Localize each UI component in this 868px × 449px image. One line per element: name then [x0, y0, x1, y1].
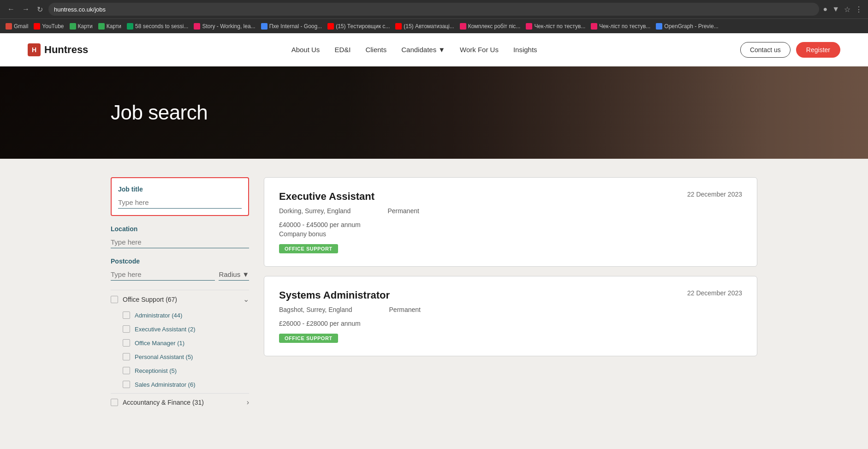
nav-work-for-us[interactable]: Work For Us: [460, 46, 499, 54]
job-card-header-2: Systems Administrator 22 December 2023: [279, 289, 742, 301]
extensions-icon: ▼: [832, 5, 839, 14]
bookmark-label: (15) Автоматизаці...: [404, 23, 454, 30]
nav-candidates-label: Candidates: [401, 46, 436, 54]
job-location-2: Bagshot, Surrey, England: [279, 306, 352, 313]
yt-favicon2: [395, 23, 402, 30]
youtube-favicon: [34, 23, 40, 30]
hero-section: Job search: [0, 66, 868, 159]
bookmark-complex[interactable]: Комплекс робіт піс...: [460, 23, 521, 30]
job-location: Dorking, Surrey, England: [279, 207, 351, 215]
sales-admin-label: Sales Administrator (6): [135, 381, 196, 388]
logo-text: Huntress: [44, 44, 88, 56]
bookmark-yt1[interactable]: (15) Тестировщик с...: [327, 23, 390, 30]
office-support-label: Office Support (67): [123, 296, 177, 303]
og-favicon: [656, 23, 662, 30]
nav-edi[interactable]: ED&I: [334, 46, 351, 54]
job-tag-2: OFFICE SUPPORT: [279, 334, 338, 343]
nav-clients[interactable]: Clients: [365, 46, 386, 54]
bookmark-opengraph[interactable]: OpenGraph - Previe...: [656, 23, 718, 30]
profile-icon: ●: [823, 5, 827, 14]
executive-assistant-label: Executive Assistant (2): [135, 326, 196, 333]
job-card-executive-assistant[interactable]: Executive Assistant 22 December 2023 Dor…: [264, 177, 757, 267]
forward-button[interactable]: →: [20, 4, 31, 14]
accountancy-expand-icon[interactable]: ›: [247, 398, 249, 407]
gmail-favicon: [6, 23, 12, 30]
job-meta: Dorking, Surrey, England Permanent: [279, 207, 742, 215]
maps-favicon: [70, 23, 76, 30]
job-date: 22 December 2023: [687, 191, 742, 198]
bookmark-label: Карти: [78, 23, 93, 30]
personal-assistant-checkbox[interactable]: [123, 353, 130, 360]
reload-button[interactable]: ↻: [35, 4, 45, 15]
bookmark-yt2[interactable]: (15) Автоматизаці...: [395, 23, 454, 30]
bookmark-label: Пхе Internal - Goog...: [269, 23, 322, 30]
administrator-label: Administrator (44): [135, 312, 182, 319]
job-title: Executive Assistant: [279, 191, 375, 203]
location-filter: Location: [111, 225, 249, 248]
maps-favicon: [98, 23, 105, 30]
bookmark-story[interactable]: Story - Working, lea...: [194, 23, 255, 30]
accountancy-checkbox[interactable]: [111, 399, 118, 406]
sales-admin-checkbox[interactable]: [123, 381, 130, 388]
bookmark-maps1[interactable]: Карти: [70, 23, 93, 30]
bookmark-check1[interactable]: Чек-ліст по тестув...: [526, 23, 585, 30]
bookmark-label: Чек-ліст по тестув...: [599, 23, 650, 30]
subcategory-administrator: Administrator (44): [111, 308, 249, 322]
administrator-checkbox[interactable]: [123, 311, 130, 319]
radius-chevron-icon: ▼: [242, 270, 249, 278]
bookmark-icon[interactable]: ☆: [844, 5, 850, 14]
radius-select[interactable]: Radius ▼: [219, 269, 249, 281]
goog-favicon: [261, 23, 268, 30]
main-content: Job title Location Postcode Radius ▼: [0, 159, 868, 436]
register-button[interactable]: Register: [796, 42, 840, 58]
logo-icon: H: [28, 43, 41, 56]
url-bar[interactable]: [48, 3, 819, 16]
contact-us-button[interactable]: Contact us: [740, 42, 791, 58]
office-support-checkbox[interactable]: [111, 296, 118, 303]
job-title-input[interactable]: [118, 197, 242, 209]
nav-candidates[interactable]: Candidates ▼: [401, 46, 445, 54]
category-accountancy-row: Accountancy & Finance (31) ›: [111, 393, 249, 411]
check1-favicon: [526, 23, 532, 30]
site-logo[interactable]: H Huntress: [28, 43, 88, 56]
receptionist-label: Receptionist (5): [135, 367, 177, 374]
job-salary: £40000 - £45000 per annum: [279, 221, 742, 228]
nav-insights[interactable]: Insights: [513, 46, 537, 54]
bookmark-youtube[interactable]: YouTube: [34, 23, 64, 30]
office-manager-label: Office Manager (1): [135, 340, 184, 347]
office-manager-checkbox[interactable]: [123, 339, 130, 347]
bookmark-check2[interactable]: Чек-ліст по тестув...: [591, 23, 650, 30]
bookmark-goog1[interactable]: Пхе Internal - Goog...: [261, 23, 322, 30]
nav-about[interactable]: About Us: [291, 46, 320, 54]
bookmark-label: (15) Тестировщик с...: [336, 23, 390, 30]
bookmark-label: YouTube: [42, 23, 64, 30]
accountancy-label: Accountancy & Finance (31): [123, 399, 204, 406]
executive-assistant-checkbox[interactable]: [123, 325, 130, 333]
bookmark-label: Чек-ліст по тестув...: [534, 23, 585, 30]
back-button[interactable]: ←: [6, 4, 17, 14]
menu-icon[interactable]: ⋮: [855, 5, 862, 14]
bookmark-label: OpenGraph - Previe...: [664, 23, 718, 30]
yt-favicon: [327, 23, 334, 30]
site-nav: About Us ED&I Clients Candidates ▼ Work …: [291, 46, 537, 54]
bookmark-session[interactable]: 58 seconds to sessi...: [127, 23, 188, 30]
check2-favicon: [591, 23, 597, 30]
filters-sidebar: Job title Location Postcode Radius ▼: [111, 177, 249, 417]
bookmark-maps2[interactable]: Карти: [98, 23, 121, 30]
job-title-filter: Job title: [111, 177, 249, 216]
session-favicon: [127, 23, 133, 30]
postcode-input[interactable]: [111, 269, 215, 281]
location-input[interactable]: [111, 236, 249, 248]
subcategory-office-manager: Office Manager (1): [111, 336, 249, 350]
bookmark-gmail[interactable]: Gmail: [6, 23, 28, 30]
receptionist-checkbox[interactable]: [123, 367, 130, 374]
office-support-expand-icon[interactable]: ⌄: [243, 295, 249, 304]
bookmark-label: Gmail: [14, 23, 28, 30]
job-title-label: Job title: [118, 186, 242, 193]
job-tag: OFFICE SUPPORT: [279, 244, 338, 253]
browser-action-icons: ● ▼ ☆ ⋮: [823, 5, 862, 14]
postcode-row: Radius ▼: [111, 269, 249, 281]
job-card-systems-administrator[interactable]: Systems Administrator 22 December 2023 B…: [264, 276, 757, 356]
subcategory-personal-assistant: Personal Assistant (5): [111, 350, 249, 364]
bookmark-label: Story - Working, lea...: [202, 23, 255, 30]
